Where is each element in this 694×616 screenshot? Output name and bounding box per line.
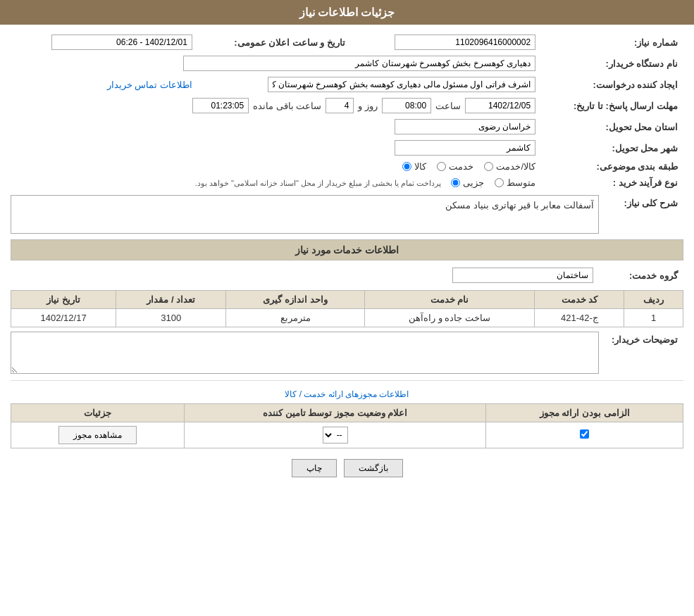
info-table: شماره نیاز: تاریخ و ساعت اعلان عمومی: نا… bbox=[11, 32, 683, 191]
radio-jozei-input[interactable] bbox=[451, 178, 460, 187]
cell-count: 3100 bbox=[116, 309, 226, 327]
need-desc-label: شرح کلی نیاز: bbox=[599, 195, 683, 211]
cell-unit: مترمربع bbox=[226, 309, 365, 327]
need-number-input[interactable] bbox=[395, 34, 535, 50]
radio-motawaset-input[interactable] bbox=[495, 178, 504, 187]
deadline-remaining-input[interactable] bbox=[192, 98, 249, 113]
col-date: تاریخ نیاز bbox=[11, 291, 116, 309]
deadline-label: مهلت ارسال پاسخ: تا تاریخ: bbox=[541, 95, 683, 116]
perm-required-checkbox[interactable] bbox=[580, 429, 589, 439]
col-unit: واحد اندازه گیری bbox=[226, 291, 365, 309]
deadline-days-input[interactable] bbox=[326, 98, 354, 113]
service-group-label: گروه خدمت: bbox=[599, 265, 683, 286]
cell-code: ج-42-421 bbox=[535, 309, 624, 327]
announce-label: تاریخ و ساعت اعلان عمومی: bbox=[198, 32, 351, 53]
cell-name: ساخت جاده و راه‌آهن bbox=[364, 309, 534, 327]
deadline-date-input[interactable] bbox=[465, 98, 535, 113]
col-code: کد خدمت bbox=[535, 291, 624, 309]
city-label: شهر محل تحویل: bbox=[541, 137, 683, 158]
khadamat-label: خدمت bbox=[449, 161, 473, 172]
page-title: جزئیات اطلاعات نیاز bbox=[299, 6, 395, 18]
permissions-link[interactable]: اطلاعات مجوزهای ارائه خدمت / کالا bbox=[285, 389, 409, 399]
cell-date: 1402/12/17 bbox=[11, 309, 116, 327]
radio-kala-input[interactable] bbox=[402, 162, 411, 171]
need-number-value bbox=[351, 32, 541, 53]
purchase-type-group: متوسط جزیی bbox=[451, 177, 535, 188]
category-label: طبقه بندی موضوعی: bbox=[541, 158, 683, 175]
table-row: 1 ج-42-421 ساخت جاده و راه‌آهن مترمربع 3… bbox=[11, 309, 683, 327]
purchase-type-label: نوع فرآیند خرید : bbox=[541, 175, 683, 191]
services-title: اطلاعات خدمات مورد نیاز bbox=[11, 239, 683, 260]
perm-status-cell: -- bbox=[184, 422, 486, 448]
need-desc-section: شرح کلی نیاز: آسفالت معابر با قیر تهاتری… bbox=[11, 195, 683, 234]
perm-col-details: جزئیات bbox=[11, 404, 185, 422]
city-input[interactable] bbox=[395, 140, 535, 156]
deadline-day-label: روز و bbox=[358, 101, 378, 111]
permissions-table: الزامی بودن ارائه مجوز اعلام وضعیت مجوز … bbox=[11, 403, 683, 448]
kala-khadamat-label: کالا/خدمت bbox=[496, 161, 535, 172]
need-number-label: شماره نیاز: bbox=[541, 32, 683, 53]
deadline-time-label: ساعت bbox=[435, 101, 461, 111]
contact-link[interactable]: اطلاعات تماس خریدار bbox=[107, 80, 192, 90]
view-permit-button[interactable]: مشاهده مجوز bbox=[58, 426, 136, 444]
page-header: جزئیات اطلاعات نیاز bbox=[0, 0, 694, 25]
radio-khadamat-input[interactable] bbox=[437, 162, 446, 171]
col-count: تعداد / مقدار bbox=[116, 291, 226, 309]
main-content: شماره نیاز: تاریخ و ساعت اعلان عمومی: نا… bbox=[0, 25, 694, 495]
purchase-note: پرداخت تمام یا بخشی از مبلغ خریدار از مح… bbox=[195, 179, 442, 187]
back-button[interactable]: بازگشت bbox=[344, 459, 403, 477]
buyer-notes-textarea[interactable] bbox=[11, 332, 599, 374]
deadline-time-input[interactable] bbox=[382, 98, 431, 113]
requester-value bbox=[198, 74, 541, 95]
requester-input[interactable] bbox=[268, 77, 535, 92]
services-table: ردیف کد خدمت نام خدمت واحد اندازه گیری ت… bbox=[11, 290, 683, 327]
cell-radif: 1 bbox=[624, 309, 683, 327]
announce-value bbox=[11, 32, 198, 53]
radio-motawaset[interactable]: متوسط bbox=[495, 177, 535, 188]
kala-label: کالا bbox=[414, 161, 426, 172]
deadline-remaining-label: ساعت باقی مانده bbox=[253, 101, 321, 111]
col-radif: ردیف bbox=[624, 291, 683, 309]
requester-label: ایجاد کننده درخواست: bbox=[541, 74, 683, 95]
buyer-org-input[interactable] bbox=[183, 56, 535, 71]
need-desc-value: آسفالت معابر با قیر تهاتری بنیاد مسکن bbox=[445, 200, 594, 210]
col-name: نام خدمت bbox=[364, 291, 534, 309]
page-wrapper: جزئیات اطلاعات نیاز شماره نیاز: تاریخ و … bbox=[0, 0, 694, 616]
province-input[interactable] bbox=[395, 119, 535, 134]
need-desc-box: آسفالت معابر با قیر تهاتری بنیاد مسکن bbox=[11, 195, 599, 234]
radio-jozei[interactable]: جزیی bbox=[451, 177, 484, 188]
buyer-org-value bbox=[11, 53, 541, 74]
buttons-row: بازگشت چاپ bbox=[11, 448, 683, 488]
province-label: استان محل تحویل: bbox=[541, 116, 683, 137]
perm-required-cell bbox=[486, 422, 683, 448]
perm-col-status: اعلام وضعیت مجوز توسط تامین کننده bbox=[184, 404, 486, 422]
print-button[interactable]: چاپ bbox=[292, 459, 337, 477]
perm-col-required: الزامی بودن ارائه مجوز bbox=[486, 404, 683, 422]
perm-status-select[interactable]: -- bbox=[323, 427, 348, 444]
service-group-table: گروه خدمت: bbox=[11, 265, 683, 286]
jozei-label: جزیی bbox=[463, 177, 484, 188]
buyer-notes-section: توضیحات خریدار: bbox=[11, 332, 683, 376]
service-group-input[interactable] bbox=[452, 268, 593, 283]
category-radio-group: کالا/خدمت خدمت کالا bbox=[402, 161, 535, 172]
announce-input[interactable] bbox=[51, 34, 192, 50]
motawaset-label: متوسط bbox=[507, 177, 535, 188]
buyer-org-label: نام دستگاه خریدار: bbox=[541, 53, 683, 74]
radio-kala-khadamat[interactable]: کالا/خدمت bbox=[484, 161, 535, 172]
radio-kala-khadamat-input[interactable] bbox=[484, 162, 493, 171]
radio-kala[interactable]: کالا bbox=[402, 161, 426, 172]
perm-details-cell: مشاهده مجوز bbox=[11, 422, 185, 448]
divider-1 bbox=[11, 380, 683, 381]
buyer-notes-label: توضیحات خریدار: bbox=[599, 332, 683, 348]
deadline-row: ساعت روز و ساعت باقی مانده bbox=[11, 95, 541, 116]
radio-khadamat[interactable]: خدمت bbox=[437, 161, 473, 172]
perm-row: -- مشاهده مجوز bbox=[11, 422, 683, 448]
